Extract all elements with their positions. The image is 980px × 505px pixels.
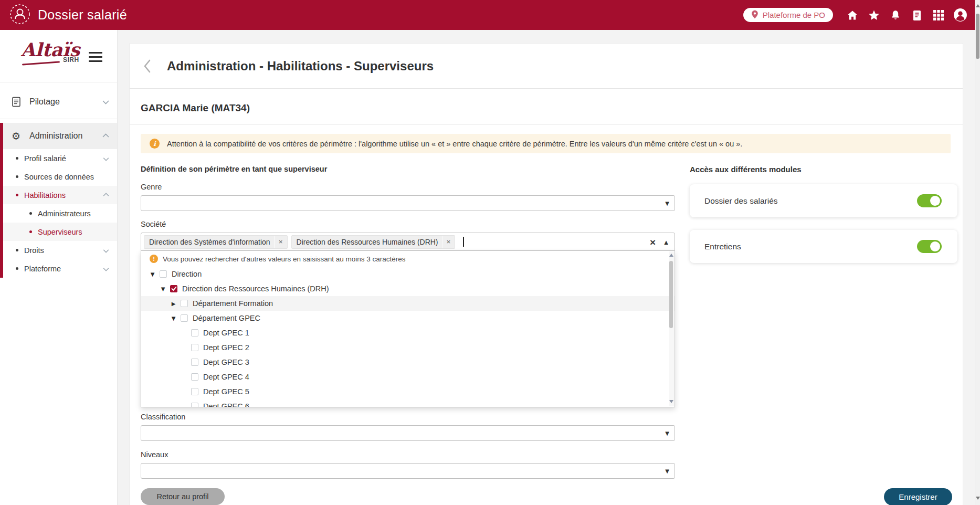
chevron-down-icon: [103, 246, 109, 255]
bullet-icon: [16, 175, 18, 178]
scroll-down-arrow-icon[interactable]: [669, 400, 673, 403]
account-icon[interactable]: [951, 6, 970, 25]
scroll-up-arrow-icon[interactable]: [669, 254, 673, 257]
main-content-card: Administration - Habilitations - Supervi…: [129, 43, 963, 505]
bullet-icon: [16, 267, 18, 270]
genre-label: Genre: [141, 183, 162, 191]
classification-select[interactable]: ▼: [141, 425, 675, 441]
info-icon: i: [150, 139, 160, 149]
tree-collapsed-icon[interactable]: ▶: [170, 301, 177, 307]
sidebar-item-administration[interactable]: ⚙ Administration: [3, 123, 117, 149]
tree-expanded-icon[interactable]: ▼: [170, 315, 177, 321]
chevron-up-icon: [102, 131, 109, 141]
sidebar-section-administration: ⚙ Administration Profil salarié Sources …: [0, 123, 117, 278]
bullet-icon: [16, 249, 18, 251]
sidebar-item-profil-salarie[interactable]: Profil salarié: [3, 149, 117, 167]
tree-item-drh[interactable]: ▼ Direction des Ressources Humaines (DRH…: [141, 281, 675, 296]
home-icon[interactable]: [843, 6, 862, 25]
back-button[interactable]: [143, 59, 151, 73]
logo-underline: [22, 61, 60, 65]
tree-item-direction[interactable]: ▼ Direction: [141, 267, 675, 281]
module-card-dossier-des-salaries: Dossier des salariés: [690, 184, 957, 217]
location-pin-icon: [751, 10, 758, 20]
top-app-bar: Dossier salarié Plateforme de PO: [0, 0, 975, 30]
tree-expanded-icon[interactable]: ▼: [149, 271, 156, 277]
bullet-icon: [16, 194, 18, 196]
bell-icon[interactable]: [886, 6, 905, 25]
sidebar-item-droits[interactable]: Droits: [3, 241, 117, 259]
collapse-dropdown-icon[interactable]: ▲: [664, 239, 668, 245]
menu-toggle-icon[interactable]: [89, 52, 102, 65]
panel-scrollbar-thumb[interactable]: [669, 261, 673, 328]
tree-item-dept-formation[interactable]: ▶ Département Formation: [141, 296, 675, 311]
page-scrollbar-thumb[interactable]: [976, 14, 979, 59]
sidebar: Altaïs SIRH Pilotage ⚙ Admini: [0, 30, 118, 505]
societe-label: Société: [141, 220, 166, 228]
checkbox-unchecked[interactable]: [191, 359, 198, 366]
book-icon[interactable]: [908, 6, 926, 25]
checkbox-unchecked[interactable]: [191, 344, 198, 351]
sidebar-nav: Pilotage ⚙ Administration Profil salarié: [0, 82, 117, 278]
star-icon[interactable]: [865, 6, 883, 25]
tree-item-dept-gpec-1[interactable]: Dept GPEC 1: [141, 325, 675, 340]
toggle-on[interactable]: [917, 240, 942, 253]
page-header: Administration - Habilitations - Supervi…: [130, 44, 963, 89]
checkbox-unchecked[interactable]: [191, 403, 198, 407]
chevron-down-icon: [103, 265, 109, 273]
societe-multiselect[interactable]: Direction des Systèmes d'information × D…: [141, 233, 675, 251]
remove-tag-icon[interactable]: ×: [274, 236, 287, 248]
niveaux-select[interactable]: ▼: [141, 463, 675, 479]
checkbox-unchecked[interactable]: [181, 314, 188, 322]
toggle-knob: [930, 241, 940, 251]
sidebar-item-administrateurs[interactable]: Administrateurs: [3, 204, 117, 223]
checkbox-unchecked[interactable]: [191, 329, 198, 336]
bullet-icon: [16, 157, 18, 160]
sidebar-item-sources-de-donnees[interactable]: Sources de données: [3, 167, 117, 186]
tree-item-dept-gpec-2[interactable]: Dept GPEC 2: [141, 340, 675, 355]
tree-item-dept-gpec[interactable]: ▼ Département GPEC: [141, 311, 675, 325]
modules-section-title: Accès aux différents modules: [690, 165, 802, 174]
selected-tag: Direction des Ressources Humaines (DRH) …: [291, 235, 456, 249]
dropdown-arrow-icon: ▼: [665, 468, 669, 474]
checkbox-unchecked[interactable]: [191, 373, 198, 381]
tree-expanded-icon[interactable]: ▼: [160, 286, 166, 292]
bullet-icon: [29, 212, 32, 215]
remove-tag-icon[interactable]: ×: [442, 236, 455, 248]
chevron-up-icon: [103, 191, 109, 199]
tree-item-dept-gpec-3[interactable]: Dept GPEC 3: [141, 355, 675, 370]
toggle-knob: [930, 196, 940, 206]
sidebar-header: Altaïs SIRH: [0, 30, 117, 82]
tree-item-dept-gpec-4[interactable]: Dept GPEC 4: [141, 370, 675, 384]
page-scrollbar[interactable]: [975, 0, 980, 505]
scroll-down-arrow-icon[interactable]: [976, 497, 980, 500]
checkbox-unchecked[interactable]: [160, 270, 167, 278]
warning-banner: i Attention à la compatibilité de vos cr…: [141, 134, 951, 153]
clipboard-icon: [12, 97, 25, 107]
checkbox-unchecked[interactable]: [181, 300, 188, 307]
divider: [130, 124, 963, 125]
sidebar-divider: [0, 119, 117, 119]
clear-field-icon[interactable]: ×: [650, 237, 656, 247]
classification-label: Classification: [141, 413, 185, 421]
sidebar-item-pilotage[interactable]: Pilotage: [0, 89, 117, 115]
sidebar-item-plateforme[interactable]: Plateforme: [3, 259, 117, 278]
sidebar-item-superviseurs[interactable]: Superviseurs: [3, 223, 117, 241]
toggle-on[interactable]: [917, 194, 942, 207]
panel-scrollbar[interactable]: [669, 251, 674, 406]
tree-item-dept-gpec-5[interactable]: Dept GPEC 5: [141, 384, 675, 399]
scroll-up-arrow-icon[interactable]: [976, 4, 980, 7]
checkbox-unchecked[interactable]: [191, 388, 198, 395]
platform-button[interactable]: Plateforme de PO: [743, 8, 833, 22]
genre-select[interactable]: ▼: [141, 195, 675, 211]
return-to-profile-button[interactable]: Retour au profil: [141, 488, 225, 505]
text-cursor: [463, 237, 464, 247]
dropdown-arrow-icon: ▼: [665, 201, 669, 206]
module-card-entretiens: Entretiens: [690, 230, 957, 263]
apps-grid-icon[interactable]: [929, 6, 948, 25]
tree-item-dept-gpec-6[interactable]: Dept GPEC 6: [141, 399, 675, 407]
save-button[interactable]: Enregistrer: [884, 488, 952, 505]
chevron-down-icon: [102, 97, 109, 107]
checkbox-checked[interactable]: [170, 285, 177, 292]
sidebar-item-habilitations[interactable]: Habilitations: [3, 186, 117, 204]
app-logo-icon: [9, 4, 30, 27]
